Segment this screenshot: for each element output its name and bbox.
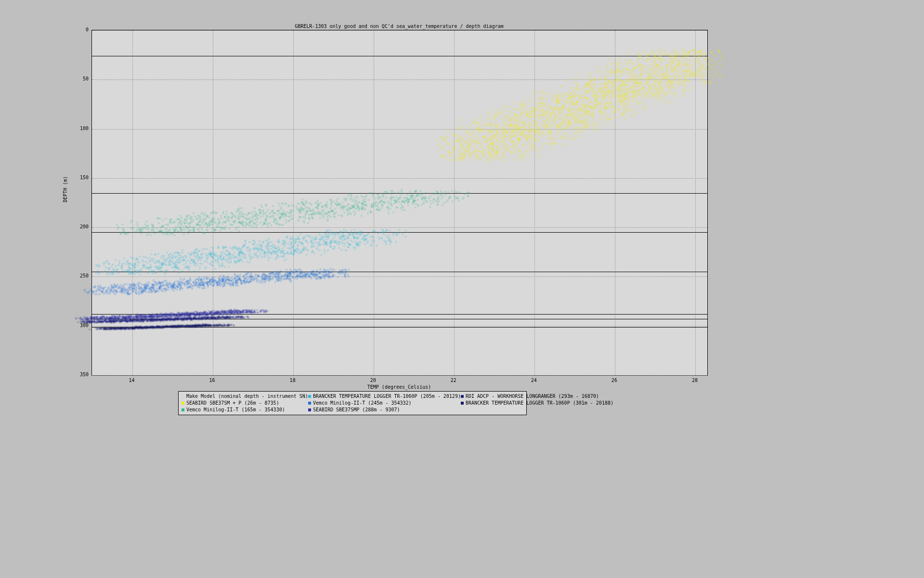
y-tick: 250 [69,273,89,278]
y-tick: 50 [69,76,89,81]
x-tick: 18 [283,378,302,383]
legend: Make Model (nominal depth - instrument S… [178,391,527,415]
legend-item: SEABIRD SBE37SMP (288m - 9307) [308,407,461,413]
x-tick: 28 [685,378,704,383]
x-tick: 20 [364,378,383,383]
legend-item: RDI ADCP - WORKHORSE LONGRANGER (293m - … [461,393,613,400]
y-tick: 100 [69,126,89,131]
plot-area [91,30,708,376]
legend-item: SEABIRD SBE37SM + P (26m - 8735) [182,400,308,407]
y-tick: 150 [69,175,89,180]
legend-item: BRANCKER TEMPERATURE LOGGER TR-1060P (30… [461,400,613,407]
chart-title: GBRELR-1303 only good and non QC'd sea_w… [91,24,707,29]
y-tick: 0 [69,27,89,32]
legend-item: BRANCKER TEMPERATURE LOGGER TR-1060P (20… [308,393,461,400]
legend-item: Vemco Minilog-II-T (245m - 354332) [308,400,461,407]
x-tick: 16 [203,378,222,383]
y-tick: 350 [69,372,89,377]
y-tick: 200 [69,224,89,229]
x-tick: 14 [122,378,142,383]
x-axis-label: TEMP (degrees_Celsius) [91,384,707,390]
x-tick: 22 [444,378,463,383]
x-tick: 24 [524,378,544,383]
y-axis-label: DEPTH (m) [63,176,68,202]
x-tick: 26 [605,378,624,383]
legend-item: Vemco Minilog-II-T (165m - 354330) [182,407,308,413]
y-tick: 300 [69,323,89,328]
